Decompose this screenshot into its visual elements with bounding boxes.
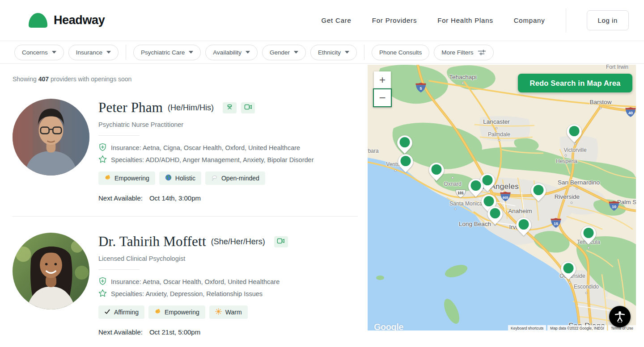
google-logo[interactable]: Google — [374, 322, 403, 330]
chevron-down-icon — [345, 51, 349, 54]
map-zoom-out-button[interactable]: − — [373, 88, 392, 107]
filter-pill-label: Insurance — [76, 49, 102, 56]
provider-card-body: Peter Pham(He/Him/His)Psychiatric Nurse … — [98, 99, 314, 202]
nav-divider — [566, 8, 566, 33]
accessibility-widget-button[interactable] — [609, 306, 631, 327]
globe-icon — [165, 174, 172, 182]
filter-pill-label: Concerns — [22, 49, 48, 56]
map-city-dot — [498, 139, 500, 142]
trait-tag-label: Empowering — [165, 309, 199, 316]
map-provider-pin[interactable] — [516, 217, 532, 237]
map-attribution-link[interactable]: Keyboard shortcuts — [508, 325, 546, 330]
provider-title: Psychiatric Nurse Practitioner — [98, 121, 314, 128]
provider-card[interactable]: Dr. Tahirih Moffett(She/Her/Hers)License… — [0, 217, 368, 336]
filter-pill-insurance[interactable]: Insurance — [68, 45, 119, 60]
map-city-dot — [576, 188, 578, 190]
filter-pill-concerns[interactable]: Concerns — [14, 45, 64, 60]
filter-pill-psychiatric-care[interactable]: Psychiatric Care — [133, 45, 201, 60]
results-count: 407 — [38, 75, 49, 83]
trait-tag-label: Holistic — [175, 175, 195, 182]
provider-mini-divider — [98, 269, 140, 270]
map-provider-pin[interactable] — [397, 135, 413, 155]
video-session-badge — [241, 102, 255, 113]
provider-name-row: Peter Pham(He/Him/His) — [98, 100, 314, 116]
interstate-40-shield-icon: 40 — [625, 107, 636, 119]
map-city-dot — [588, 247, 590, 249]
map-attribution-link[interactable]: Map data ©2022 Google, INEGI — [547, 325, 607, 330]
shield-plus-icon — [98, 143, 107, 153]
trait-tag-label: Open-minded — [221, 175, 259, 182]
svg-text:40: 40 — [628, 111, 633, 115]
trait-tags: EmpoweringHolisticOpen-minded — [98, 171, 314, 185]
nav-item-for-health-plans[interactable]: For Health Plans — [437, 17, 493, 24]
map-city-dot — [569, 281, 571, 284]
map-provider-pin[interactable] — [560, 261, 576, 280]
next-available-value: Oct 14th, 3:00pm — [149, 194, 201, 202]
top-navbar: Headway Get CareFor ProvidersFor Health … — [0, 0, 644, 41]
insurance-text: Insurance: Aetna, Oscar Health, Oxford, … — [111, 278, 280, 285]
provider-pronouns: (He/Him/His) — [168, 103, 214, 113]
filter-pill-label: Phone Consults — [379, 49, 422, 56]
nav-item-company[interactable]: Company — [514, 17, 545, 24]
map-city-dot — [394, 170, 397, 172]
next-available-label: Next Available: — [98, 328, 143, 336]
specialties-text: Specialties: Anxiety, Depression, Relati… — [111, 290, 263, 297]
headway-logo[interactable]: Headway — [29, 13, 105, 28]
specialties-row: Specialties: ADD/ADHD, Anger Management,… — [98, 154, 314, 166]
filter-pill-gender[interactable]: Gender — [262, 45, 306, 60]
filter-pill-phone-consults[interactable]: Phone Consults — [372, 45, 429, 60]
results-count-bar: Showing407providers with openings soon — [13, 75, 368, 83]
map-zoom-in-button[interactable]: + — [374, 71, 391, 88]
session-type-badges — [274, 236, 288, 247]
map-city-dot — [496, 127, 498, 130]
video-icon — [244, 104, 252, 112]
login-button[interactable]: Log in — [587, 10, 629, 30]
nav-item-get-care[interactable]: Get Care — [322, 17, 352, 24]
map-provider-pin[interactable] — [398, 154, 414, 173]
insurance-row: Insurance: Aetna, Cigna, Oscar Health, O… — [98, 142, 314, 154]
interstate-15-shield-icon: 15 — [551, 218, 562, 230]
map-panel[interactable]: Fort IrwinTehachapiBarstowLancasterPalmd… — [368, 65, 636, 330]
svg-text:10: 10 — [612, 205, 616, 209]
thought-icon — [211, 174, 218, 182]
flex-icon — [154, 308, 161, 316]
filter-pill-label: Availability — [213, 49, 242, 56]
map-city-dot — [454, 208, 457, 210]
map-city-dot — [571, 202, 573, 204]
trait-tag-label: Warm — [225, 309, 242, 316]
map-provider-pin[interactable] — [580, 226, 597, 245]
map-city-dot — [565, 155, 567, 157]
insurance-text: Insurance: Aetna, Cigna, Oscar Health, O… — [111, 144, 300, 151]
map-provider-pin[interactable] — [428, 162, 445, 182]
redo-search-button[interactable]: Redo Search in Map Area — [518, 74, 632, 92]
us-101-shield-icon: 101 — [455, 189, 467, 201]
svg-text:605: 605 — [503, 196, 508, 200]
insurance-row: Insurance: Aetna, Oscar Health, Oxford, … — [98, 276, 288, 288]
svg-text:15: 15 — [554, 222, 558, 226]
chevron-down-icon — [189, 51, 193, 54]
filter-bar: ConcernsInsurancePsychiatric CareAvailab… — [0, 41, 644, 64]
map-provider-pin[interactable] — [530, 183, 547, 202]
provider-photo — [13, 233, 89, 309]
trait-tag-label: Empowering — [114, 175, 149, 182]
next-available-row: Next Available:Oct 14th, 3:00pm — [98, 194, 314, 202]
check-icon — [104, 309, 110, 316]
map-provider-pin[interactable] — [566, 124, 582, 143]
nav-item-for-providers[interactable]: For Providers — [372, 17, 417, 24]
interstate-10-shield-icon: 10 — [609, 201, 620, 213]
main-nav: Get CareFor ProvidersFor Health PlansCom… — [322, 8, 629, 33]
provider-pronouns: (She/Her/Hers) — [211, 237, 265, 247]
filter-group-divider — [126, 45, 126, 60]
provider-name: Peter Pham — [98, 100, 163, 116]
filter-pill-label: Psychiatric Care — [141, 49, 185, 56]
map-provider-pin[interactable] — [487, 206, 503, 226]
filter-pill-availability[interactable]: Availability — [205, 45, 258, 60]
provider-card[interactable]: Peter Pham(He/Him/His)Psychiatric Nurse … — [0, 83, 368, 202]
flex-icon — [104, 174, 111, 182]
results-suffix: providers with openings soon — [51, 75, 131, 83]
filter-group-divider — [364, 45, 364, 60]
provider-name: Dr. Tahirih Moffett — [98, 234, 206, 250]
provider-list-panel: Showing407providers with openings soon P… — [0, 64, 368, 336]
filter-pill-ethnicity[interactable]: Ethnicity — [310, 45, 357, 60]
filter-pill-more-filters[interactable]: More Filters — [434, 45, 493, 60]
